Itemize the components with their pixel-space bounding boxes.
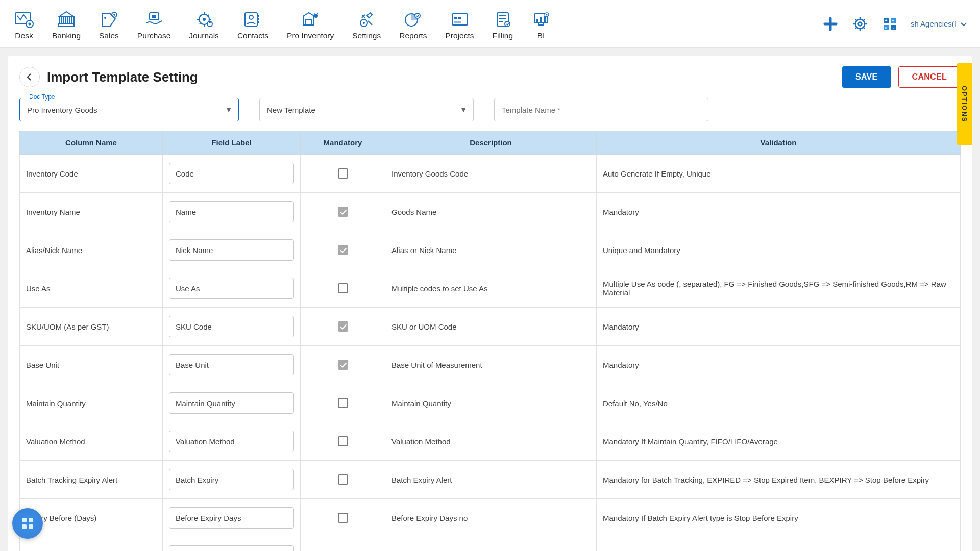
nav-item-sales[interactable]: Sales: [90, 5, 128, 43]
cell-column-name: Inventory Name: [20, 193, 163, 231]
svg-point-26: [415, 13, 420, 18]
nav-item-contacts[interactable]: Contacts: [228, 5, 278, 43]
cell-mandatory: [301, 422, 385, 461]
calculator-icon[interactable]: +−×÷: [881, 15, 898, 33]
field-label-input[interactable]: [169, 163, 294, 184]
mandatory-checkbox[interactable]: [338, 474, 348, 485]
cell-column-name: Use As: [20, 269, 163, 308]
nav-item-banking[interactable]: Banking: [43, 5, 90, 43]
cell-field-label: [163, 346, 301, 384]
table-row: Valuation MethodValuation MethodMandator…: [20, 422, 961, 461]
tenant-name: sh Agencies(I: [911, 19, 957, 28]
svg-rect-21: [306, 20, 312, 25]
cell-column-name: Valuation Method: [20, 422, 163, 461]
svg-rect-7: [59, 24, 74, 26]
grid-icon: [20, 516, 35, 531]
nav-label: Purchase: [137, 31, 170, 40]
svg-rect-27: [452, 14, 468, 25]
cell-field-label: [163, 461, 301, 499]
cell-field-label: [163, 422, 301, 461]
settings-icon: [357, 10, 376, 29]
field-label-input[interactable]: [169, 469, 294, 490]
field-label-input[interactable]: [169, 316, 294, 337]
desk-icon: [14, 10, 34, 29]
nav-item-desk[interactable]: Desk: [5, 5, 43, 43]
svg-point-32: [505, 21, 510, 27]
th-mandatory: Mandatory: [301, 131, 385, 155]
th-field-label: Field Label: [163, 131, 301, 155]
doc-type-value: Pro Inventory Goods: [20, 106, 225, 114]
contacts-icon: [243, 10, 262, 29]
page-header: Import Template Setting SAVE CANCEL: [8, 56, 972, 94]
field-label-input[interactable]: [169, 201, 294, 222]
svg-rect-51: [29, 518, 33, 522]
nav-item-settings[interactable]: Settings: [343, 5, 390, 43]
nav-item-proinventory[interactable]: Pro Inventory: [278, 5, 343, 43]
svg-point-13: [203, 18, 206, 21]
svg-rect-37: [538, 23, 544, 25]
nav-label: Reports: [399, 31, 427, 40]
th-validation: Validation: [597, 131, 961, 155]
doc-type-select[interactable]: Doc Type Pro Inventory Goods ▼: [19, 98, 239, 121]
cell-column-name: Bar Code Number: [20, 537, 163, 552]
cell-column-name: Batch Tracking Expiry Alert: [20, 461, 163, 499]
field-label-input[interactable]: [169, 278, 294, 299]
template-name-input[interactable]: [495, 106, 708, 114]
cell-description: Valuation Method: [385, 422, 597, 461]
svg-rect-35: [540, 17, 542, 22]
field-label-input[interactable]: [169, 507, 294, 529]
template-select[interactable]: New Template ▼: [259, 98, 474, 121]
nav-label: Projects: [446, 31, 474, 40]
field-label-input[interactable]: [169, 239, 294, 261]
mandatory-checkbox[interactable]: [338, 245, 348, 255]
cell-mandatory: [301, 155, 385, 193]
apps-fab[interactable]: [12, 508, 43, 539]
nav-item-reports[interactable]: Reports: [390, 5, 436, 43]
projects-icon: [450, 10, 470, 29]
mandatory-checkbox[interactable]: [338, 436, 348, 446]
tenant-selector[interactable]: sh Agencies(I: [911, 19, 968, 28]
caret-down-icon: ▼: [460, 106, 473, 114]
mandatory-checkbox[interactable]: [338, 513, 348, 523]
columns-table: Column Name Field Label Mandatory Descri…: [19, 131, 961, 551]
table-row: Maintain QuantityMaintain QuantityDefaul…: [20, 384, 961, 422]
field-label-input[interactable]: [169, 431, 294, 452]
mandatory-checkbox[interactable]: [338, 398, 348, 408]
mandatory-checkbox[interactable]: [338, 360, 348, 370]
back-button[interactable]: [19, 67, 40, 87]
cell-field-label: [163, 193, 301, 231]
cell-column-name: Inventory Code: [20, 155, 163, 193]
nav-item-purchase[interactable]: Purchase: [128, 5, 180, 43]
mandatory-checkbox[interactable]: [338, 283, 348, 293]
nav-label: Banking: [52, 31, 81, 40]
field-label-input[interactable]: [169, 354, 294, 375]
svg-point-24: [363, 22, 365, 24]
svg-text:−: −: [892, 18, 895, 23]
cell-mandatory: [301, 499, 385, 537]
form-row: Doc Type Pro Inventory Goods ▼ New Templ…: [8, 94, 972, 131]
cell-validation: Mandatory for Batch Tracking, EXPIRED =>…: [597, 461, 961, 499]
svg-rect-6: [72, 17, 74, 24]
field-label-input[interactable]: [169, 392, 294, 414]
template-name-field[interactable]: [494, 98, 708, 121]
table-row: Base UnitBase Unit of MeasurementMandato…: [20, 346, 961, 384]
gear-icon[interactable]: [851, 15, 869, 33]
field-label-input[interactable]: [169, 545, 294, 551]
nav-item-journals[interactable]: Journals: [180, 5, 228, 43]
mandatory-checkbox[interactable]: [338, 168, 348, 179]
nav-item-bi[interactable]: BI: [522, 5, 560, 43]
cell-column-name: Alias/Nick Name: [20, 231, 163, 269]
save-button[interactable]: SAVE: [842, 66, 891, 88]
mandatory-checkbox[interactable]: [338, 321, 348, 332]
options-rail[interactable]: OPTIONS: [957, 63, 972, 145]
nav-item-projects[interactable]: Projects: [436, 5, 483, 43]
table-row: Batch Tracking Expiry AlertBatch Expiry …: [20, 461, 961, 499]
add-icon[interactable]: [822, 15, 839, 33]
cell-mandatory: [301, 231, 385, 269]
nav-label: Desk: [15, 31, 33, 40]
svg-rect-5: [68, 17, 70, 24]
mandatory-checkbox[interactable]: [338, 207, 348, 217]
cancel-button[interactable]: CANCEL: [898, 66, 961, 88]
nav-label: Journals: [189, 31, 219, 40]
nav-item-filling[interactable]: Filling: [483, 5, 522, 43]
